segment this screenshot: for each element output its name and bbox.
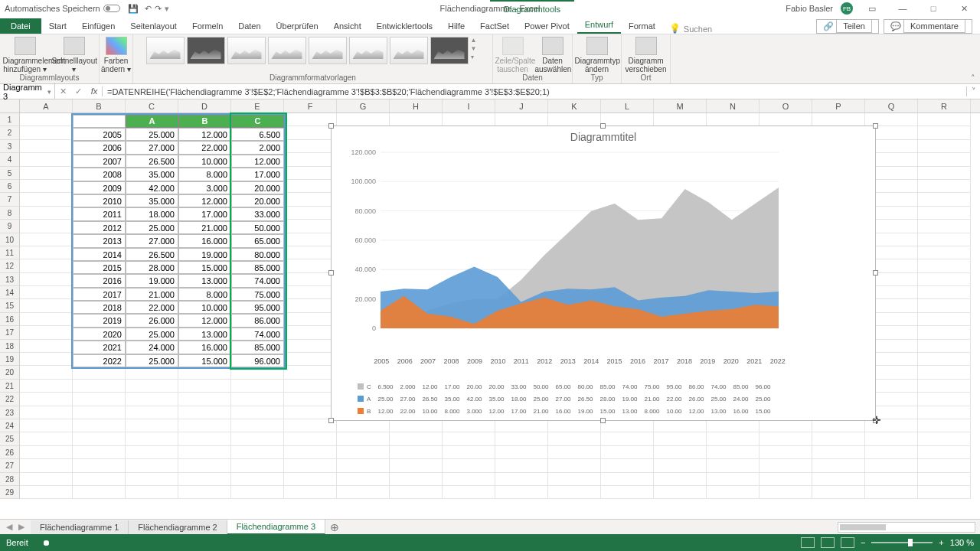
col-header-H[interactable]: H xyxy=(390,99,443,112)
switch-row-col-button[interactable]: Zeile/Spalte tauschen xyxy=(495,37,531,73)
col-header-R[interactable]: R xyxy=(918,99,971,112)
undo-icon[interactable]: ↶ xyxy=(145,4,152,14)
macro-record-icon[interactable]: ⏺ xyxy=(42,538,51,547)
row-header-15[interactable]: 15 xyxy=(0,299,20,312)
chart-style-4[interactable] xyxy=(268,37,306,64)
zoom-level[interactable]: 130 % xyxy=(950,538,974,547)
row-header-17[interactable]: 17 xyxy=(0,326,20,339)
row-header-24[interactable]: 24 xyxy=(0,419,20,432)
chart-style-8[interactable] xyxy=(430,37,469,64)
tab-entwurf[interactable]: Entwurf xyxy=(577,17,621,34)
share-button[interactable]: 🔗 Teilen xyxy=(816,19,879,34)
row-header-29[interactable]: 29 xyxy=(0,486,20,499)
sheet-nav-prev-icon[interactable]: ◀ xyxy=(6,522,12,532)
row-header-5[interactable]: 5 xyxy=(0,167,20,180)
redo-icon[interactable]: ↷ xyxy=(155,4,162,14)
col-header-F[interactable]: F xyxy=(284,99,337,112)
col-header-M[interactable]: M xyxy=(654,99,707,112)
tab-einfuegen[interactable]: Einfügen xyxy=(74,18,122,34)
tab-formeln[interactable]: Formeln xyxy=(185,18,230,34)
zoom-in-icon[interactable]: + xyxy=(939,538,943,547)
row-header-10[interactable]: 10 xyxy=(0,233,20,246)
row-header-16[interactable]: 16 xyxy=(0,313,20,326)
row-header-2[interactable]: 2 xyxy=(0,126,20,139)
tab-entwicklertools[interactable]: Entwicklertools xyxy=(369,18,440,34)
chart-style-5[interactable] xyxy=(309,37,347,64)
chart-style-1[interactable] xyxy=(146,37,185,64)
fx-icon[interactable]: fx xyxy=(91,86,98,96)
accept-formula-icon[interactable]: ✓ xyxy=(75,86,82,96)
comments-button[interactable]: 💬 Kommentare xyxy=(884,19,972,34)
row-header-14[interactable]: 14 xyxy=(0,286,20,299)
sheet-tab-1[interactable]: Flächendiagramme 1 xyxy=(31,520,129,534)
select-all-corner[interactable] xyxy=(0,99,20,112)
row-header-7[interactable]: 7 xyxy=(0,193,20,206)
chart-style-3[interactable] xyxy=(227,37,266,64)
close-icon[interactable]: ✕ xyxy=(952,4,975,14)
view-pagelayout-icon[interactable] xyxy=(821,537,835,548)
col-header-N[interactable]: N xyxy=(707,99,760,112)
tab-powerpivot[interactable]: Power Pivot xyxy=(517,18,577,34)
minimize-icon[interactable]: — xyxy=(891,4,914,13)
row-header-18[interactable]: 18 xyxy=(0,340,20,353)
col-header-L[interactable]: L xyxy=(601,99,654,112)
tab-start[interactable]: Start xyxy=(41,18,74,34)
change-chart-type-button[interactable]: Diagrammtyp ändern xyxy=(575,37,619,73)
chart-title[interactable]: Diagrammtitel xyxy=(332,126,875,143)
add-sheet-button[interactable]: ⊕ xyxy=(325,521,344,533)
user-avatar[interactable]: FB xyxy=(841,2,853,15)
col-header-B[interactable]: B xyxy=(73,99,126,112)
zoom-out-icon[interactable]: − xyxy=(861,538,865,547)
chart-style-7[interactable] xyxy=(390,37,428,64)
col-header-D[interactable]: D xyxy=(178,99,231,112)
plot-area[interactable]: 020.00040.00060.00080.000100.000120.000 xyxy=(362,152,779,344)
col-header-G[interactable]: G xyxy=(337,99,390,112)
move-chart-button[interactable]: Diagramm verschieben xyxy=(624,37,668,73)
chart-style-6[interactable] xyxy=(349,37,387,64)
ribbon-display-icon[interactable]: ▭ xyxy=(861,4,884,14)
autosave-toggle[interactable] xyxy=(103,5,120,12)
row-header-26[interactable]: 26 xyxy=(0,446,20,459)
row-header-6[interactable]: 6 xyxy=(0,180,20,193)
row-header-4[interactable]: 4 xyxy=(0,153,20,166)
col-header-A[interactable]: A xyxy=(20,99,73,112)
worksheet-grid[interactable]: ABCDEFGHIJKLMNOPQR 123456789101112131415… xyxy=(0,99,980,505)
name-box[interactable]: Diagramm 3▾ xyxy=(0,83,55,101)
row-header-9[interactable]: 9 xyxy=(0,220,20,233)
row-header-8[interactable]: 8 xyxy=(0,207,20,220)
row-header-13[interactable]: 13 xyxy=(0,273,20,286)
horizontal-scrollbar[interactable] xyxy=(838,522,975,533)
col-header-O[interactable]: O xyxy=(760,99,812,112)
add-chart-element-button[interactable]: Diagrammelement hinzufügen ▾ xyxy=(3,37,47,73)
col-header-P[interactable]: P xyxy=(812,99,865,112)
chart-object[interactable]: Diagrammtitel 020.00040.00060.00080.0001… xyxy=(331,126,876,421)
col-header-E[interactable]: E xyxy=(231,99,284,112)
row-header-11[interactable]: 11 xyxy=(0,246,20,259)
tab-format[interactable]: Format xyxy=(621,18,663,34)
row-header-21[interactable]: 21 xyxy=(0,380,20,393)
tab-ansicht[interactable]: Ansicht xyxy=(326,18,369,34)
search-icon[interactable]: 💡 xyxy=(669,23,681,34)
chart-style-2[interactable] xyxy=(187,37,225,64)
view-pagebreak-icon[interactable] xyxy=(841,537,854,548)
tab-datei[interactable]: Datei xyxy=(0,18,41,34)
row-header-19[interactable]: 19 xyxy=(0,353,20,366)
row-header-22[interactable]: 22 xyxy=(0,393,20,406)
view-normal-icon[interactable] xyxy=(801,537,815,548)
col-header-K[interactable]: K xyxy=(548,99,601,112)
row-header-23[interactable]: 23 xyxy=(0,406,20,419)
cancel-formula-icon[interactable]: ✕ xyxy=(60,86,67,96)
zoom-slider[interactable] xyxy=(871,542,933,543)
chart-styles-gallery[interactable]: ▲▼▾ xyxy=(146,37,480,64)
sheet-tab-2[interactable]: Flächendiagramme 2 xyxy=(129,520,227,534)
col-header-I[interactable]: I xyxy=(443,99,495,112)
tab-seitenlayout[interactable]: Seitenlayout xyxy=(122,18,185,34)
row-header-25[interactable]: 25 xyxy=(0,432,20,445)
col-header-J[interactable]: J xyxy=(495,99,548,112)
row-header-20[interactable]: 20 xyxy=(0,366,20,379)
save-icon[interactable]: 💾 xyxy=(128,4,139,14)
user-name[interactable]: Fabio Basler xyxy=(786,4,833,13)
row-header-3[interactable]: 3 xyxy=(0,140,20,153)
col-header-Q[interactable]: Q xyxy=(865,99,918,112)
row-header-12[interactable]: 12 xyxy=(0,259,20,272)
